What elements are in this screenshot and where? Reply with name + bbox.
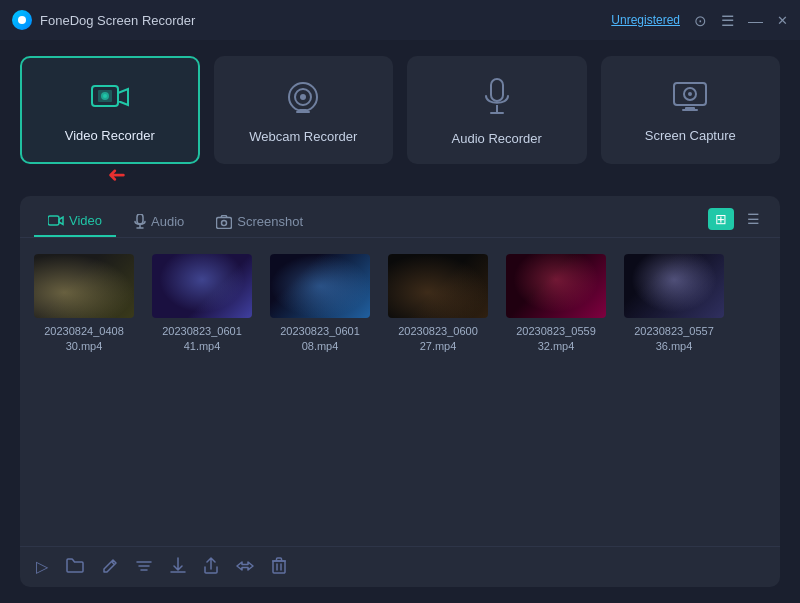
- list-item[interactable]: 20230823_060027.mp4: [388, 254, 488, 355]
- video-recorder-icon: [90, 81, 130, 118]
- unregistered-link[interactable]: Unregistered: [611, 13, 680, 27]
- file-grid: 20230824_040830.mp4 20230823_060141.mp4 …: [20, 238, 780, 546]
- file-panel: Video Audio Screenshot: [20, 196, 780, 587]
- webcam-recorder-label: Webcam Recorder: [249, 129, 357, 144]
- share-button[interactable]: [204, 557, 218, 577]
- svg-point-22: [222, 220, 227, 225]
- main-content: Video Recorder Webcam Recorder: [0, 40, 800, 603]
- file-thumbnail: [152, 254, 252, 318]
- file-name: 20230824_040830.mp4: [44, 324, 124, 355]
- mode-tile-video-recorder[interactable]: Video Recorder: [20, 56, 200, 164]
- svg-rect-8: [296, 111, 310, 113]
- file-thumbnail: [388, 254, 488, 318]
- delete-button[interactable]: [272, 557, 286, 577]
- open-folder-button[interactable]: [66, 558, 84, 576]
- minimize-icon[interactable]: —: [748, 13, 763, 28]
- screen-capture-icon: [672, 81, 708, 118]
- file-thumbnail: [270, 254, 370, 318]
- tab-video[interactable]: Video: [34, 206, 116, 237]
- tab-screenshot[interactable]: Screenshot: [202, 207, 317, 236]
- screenshot-tab-icon: [216, 215, 232, 229]
- play-button[interactable]: ▷: [36, 559, 48, 575]
- hamburger-icon[interactable]: ☰: [721, 13, 734, 28]
- mode-tile-audio-recorder[interactable]: Audio Recorder: [407, 56, 587, 164]
- mode-tile-screen-capture[interactable]: Screen Capture: [601, 56, 781, 164]
- app-title: FoneDog Screen Recorder: [40, 13, 611, 28]
- svg-rect-18: [137, 214, 143, 224]
- svg-rect-27: [273, 561, 285, 573]
- tab-audio-label: Audio: [151, 214, 184, 229]
- edit-button[interactable]: [102, 558, 118, 577]
- panel-tabs: Video Audio Screenshot: [20, 196, 780, 238]
- mode-tiles-container: Video Recorder Webcam Recorder: [20, 56, 780, 164]
- file-name: 20230823_060108.mp4: [280, 324, 360, 355]
- red-arrow-icon: ➜: [108, 162, 126, 188]
- tab-video-label: Video: [69, 213, 102, 228]
- download-button[interactable]: [170, 557, 186, 577]
- file-thumbnail: [624, 254, 724, 318]
- audio-recorder-icon: [483, 78, 511, 121]
- svg-point-6: [300, 94, 306, 100]
- file-name: 20230823_055932.mp4: [516, 324, 596, 355]
- list-item[interactable]: 20230823_055932.mp4: [506, 254, 606, 355]
- bottom-toolbar: ▷: [20, 546, 780, 587]
- svg-rect-9: [491, 79, 503, 101]
- screen-capture-label: Screen Capture: [645, 128, 736, 143]
- svg-rect-21: [217, 217, 232, 228]
- list-item[interactable]: 20230823_060141.mp4: [152, 254, 252, 355]
- file-name: 20230823_055736.mp4: [634, 324, 714, 355]
- close-icon[interactable]: ✕: [777, 13, 788, 28]
- title-bar: FoneDog Screen Recorder Unregistered ⊙ ☰…: [0, 0, 800, 40]
- svg-rect-16: [682, 109, 698, 111]
- audio-tab-icon: [134, 214, 146, 230]
- svg-point-3: [103, 94, 107, 98]
- tab-audio[interactable]: Audio: [120, 207, 198, 237]
- view-controls: ⊞ ☰: [708, 208, 766, 230]
- webcam-recorder-icon: [286, 80, 320, 119]
- svg-rect-17: [48, 216, 59, 225]
- file-thumbnail: [34, 254, 134, 318]
- audio-recorder-label: Audio Recorder: [452, 131, 542, 146]
- file-thumbnail: [506, 254, 606, 318]
- mode-tile-webcam-recorder[interactable]: Webcam Recorder: [214, 56, 394, 164]
- svg-point-14: [688, 92, 692, 96]
- file-name: 20230823_060141.mp4: [162, 324, 242, 355]
- window-controls: Unregistered ⊙ ☰ — ✕: [611, 13, 788, 28]
- move-button[interactable]: [236, 559, 254, 575]
- grid-view-btn[interactable]: ⊞: [708, 208, 734, 230]
- list-item[interactable]: 20230824_040830.mp4: [34, 254, 134, 355]
- tab-screenshot-label: Screenshot: [237, 214, 303, 229]
- target-icon[interactable]: ⊙: [694, 13, 707, 28]
- video-recorder-label: Video Recorder: [65, 128, 155, 143]
- file-name: 20230823_060027.mp4: [398, 324, 478, 355]
- list-view-btn[interactable]: ☰: [740, 208, 766, 230]
- list-item[interactable]: 20230823_055736.mp4: [624, 254, 724, 355]
- video-tab-icon: [48, 215, 64, 227]
- list-item[interactable]: 20230823_060108.mp4: [270, 254, 370, 355]
- filter-button[interactable]: [136, 559, 152, 576]
- app-logo: [12, 10, 32, 30]
